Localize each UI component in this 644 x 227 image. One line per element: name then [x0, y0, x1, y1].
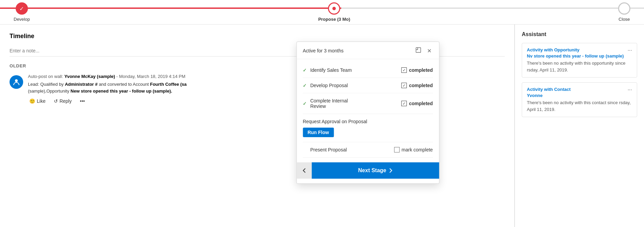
checklist-text-3: Complete InternalReview: [310, 98, 348, 109]
more-button[interactable]: •••: [78, 98, 86, 104]
checklist-item-identify-sales-team: ✓ Identify Sales Team ✓ completed: [303, 63, 433, 78]
stage-progress-line: [0, 7, 341, 9]
approval-label: Request Approval on Proposal: [303, 119, 367, 124]
popover-body: ✓ Identify Sales Team ✓ completed ✓ Deve…: [297, 59, 439, 158]
right-panel: Assistant Activity with Opportunity ··· …: [515, 25, 644, 227]
close-icon-button[interactable]: ✕: [426, 47, 433, 55]
mark-complete-label: mark complete: [402, 147, 433, 152]
activity-card-contact: Activity with Contact ··· Yvonne There's…: [522, 82, 637, 117]
expand-icon-button[interactable]: [414, 47, 422, 55]
reply-icon: ↺: [54, 98, 58, 104]
checklist-left-5: ✓ Present Proposal: [303, 147, 347, 152]
checklist-text-2: Develop Proposal: [310, 83, 348, 88]
popover-footer: Next Stage: [297, 158, 439, 183]
completed-label: completed: [409, 67, 433, 73]
activity-card-opportunity: Activity with Opportunity ··· Nv store o…: [522, 43, 637, 78]
activity-link-contact[interactable]: Activity with Contact: [527, 87, 571, 92]
run-flow-button[interactable]: Run Flow: [303, 128, 334, 137]
checklist-left-3: ✓ Complete InternalReview: [303, 98, 348, 109]
svg-point-0: [15, 79, 18, 82]
completed-label-3: completed: [409, 101, 433, 106]
assistant-title: Assistant: [522, 31, 637, 37]
checklist-right-3: ✓ completed: [402, 101, 433, 106]
stage-develop-label: Develop: [14, 17, 30, 22]
stage-develop-circle: ✓: [16, 2, 28, 15]
activity-subtitle-1: Nv store opened this year - follow up (s…: [527, 53, 632, 59]
stage-close-label: Close: [618, 17, 630, 22]
stage-propose-label: Propose (3 Mo): [318, 17, 350, 22]
checklist-item-present-proposal: ✓ Present Proposal mark complete: [303, 142, 433, 158]
activity-more-button-2[interactable]: ···: [628, 87, 632, 93]
activity-more-button-1[interactable]: ···: [628, 47, 632, 53]
back-button[interactable]: [297, 162, 312, 179]
stage-develop[interactable]: ✓ Develop: [14, 2, 30, 22]
stage-close-circle: [618, 2, 630, 15]
stage-propose[interactable]: Propose (3 Mo): [318, 2, 350, 22]
checkmark-icon-2: ✓: [303, 83, 307, 88]
checklist-right-5: mark complete: [394, 147, 433, 152]
checklist-item-develop-proposal: ✓ Develop Proposal ✓ completed: [303, 78, 433, 93]
stage-bar: ✓ Develop Propose (3 Mo) Close: [0, 0, 644, 25]
checkmark-icon: ✓: [303, 67, 307, 73]
stage-close[interactable]: Close: [618, 2, 630, 22]
checklist-item-complete-internal-review: ✓ Complete InternalReview ✓ completed: [303, 93, 433, 114]
activity-card-header-1: Activity with Opportunity ···: [527, 47, 632, 53]
checkbox-empty[interactable]: [394, 147, 399, 152]
checklist-item-request-approval: Request Approval on Proposal Run Flow: [303, 114, 433, 142]
checklist-right-2: ✓ completed: [402, 83, 433, 88]
activity-subtitle-2: Yvonne: [527, 93, 632, 98]
checklist-text: Identify Sales Team: [310, 67, 352, 73]
checklist-left-2: ✓ Develop Proposal: [303, 83, 348, 88]
main-content: Timeline OLDER Auto-post on wall: Yvonne…: [0, 25, 644, 227]
timeline-title: Timeline: [10, 33, 505, 40]
reply-button[interactable]: ↺ Reply: [52, 98, 73, 104]
activity-link-opportunity[interactable]: Activity with Opportunity: [527, 47, 580, 52]
stage-popover: Active for 3 months ✕ ✓ Identify Sales T…: [296, 42, 439, 184]
completed-label-2: completed: [409, 83, 433, 88]
like-icon: 🙂: [29, 98, 35, 104]
activity-card-header-2: Activity with Contact ···: [527, 87, 632, 93]
popover-icon-group: ✕: [414, 47, 433, 55]
checkbox-completed-2[interactable]: ✓: [402, 83, 407, 88]
stage-propose-circle: [328, 2, 340, 15]
svg-rect-1: [416, 48, 421, 52]
activity-text-2: There's been no activity with this conta…: [527, 99, 632, 113]
avatar: [10, 75, 23, 89]
checklist-text-5: Present Proposal: [310, 147, 347, 152]
checkbox-completed[interactable]: ✓: [402, 67, 407, 73]
popover-header: Active for 3 months ✕: [297, 42, 439, 59]
like-button[interactable]: 🙂 Like: [28, 98, 47, 104]
checklist-right: ✓ completed: [402, 67, 433, 73]
checklist-left: ✓ Identify Sales Team: [303, 67, 352, 73]
activity-text-1: There's been no activity with this oppor…: [527, 60, 632, 73]
checkbox-completed-3[interactable]: ✓: [402, 101, 407, 106]
next-stage-button[interactable]: Next Stage: [312, 162, 439, 179]
popover-title: Active for 3 months: [303, 48, 344, 53]
checkmark-icon-3: ✓: [303, 101, 307, 106]
